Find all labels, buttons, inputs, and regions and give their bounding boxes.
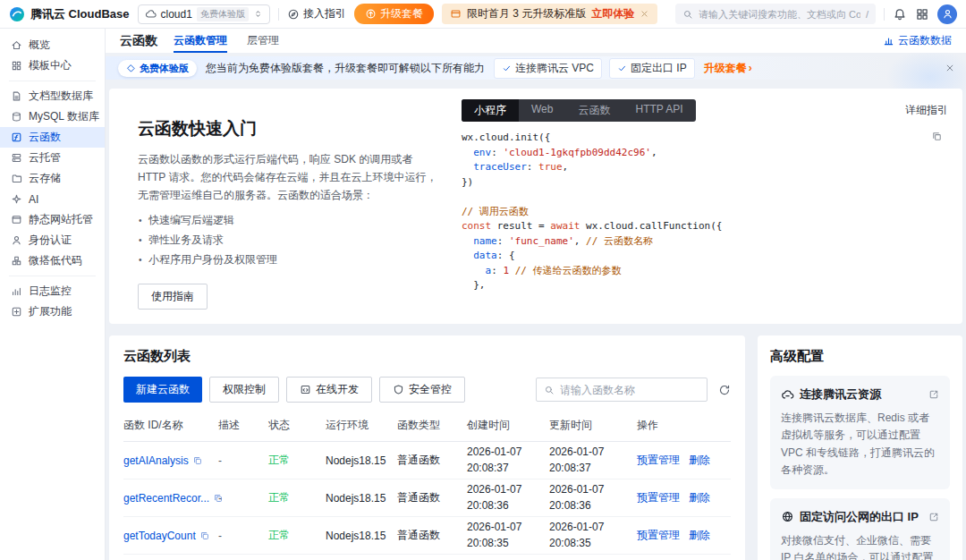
notifications-bell-icon[interactable] [893, 7, 907, 21]
refresh-icon[interactable] [718, 384, 731, 396]
function-type: 普通函数 [397, 528, 467, 543]
detail-guide-link[interactable]: 详细指引 [905, 103, 948, 118]
topbar: 腾讯云 CloudBase cloud1 免费体验版 接入指引 升级套餐 限时首… [0, 0, 966, 29]
sidebar-item-cloud-run[interactable]: 云托管 [0, 148, 105, 168]
cloudbase-logo-icon [9, 6, 25, 22]
sidebar-item-cloud-storage[interactable]: 云存储 [0, 168, 105, 189]
promo-card-icon [450, 8, 462, 20]
sidebar-item-lowcode[interactable]: 微搭低代码 [0, 250, 105, 271]
sidebar-item-label: 扩展功能 [29, 304, 72, 319]
upgrade-plan-button[interactable]: 升级套餐 [354, 4, 434, 24]
advanced-card-header: 固定访问公网的出口 IP [781, 509, 939, 525]
user-avatar[interactable] [937, 4, 957, 24]
advanced-config-card[interactable]: 连接腾讯云资源连接腾讯云数据库、Redis 或者虚拟机等服务，可以通过配置 VP… [770, 376, 950, 489]
code-sample: wx.cloud.init({ env: 'cloud1-1gkqfpb09dd… [462, 131, 948, 293]
function-name-label: getTodayCount [123, 530, 196, 542]
external-link-icon [928, 512, 939, 522]
sidebar-item-label: 文档型数据库 [29, 89, 93, 104]
sidebar-item-log-monitor[interactable]: 日志监控 [0, 281, 105, 301]
brand-name: 腾讯云 CloudBase [30, 6, 130, 22]
created-time: 2026-01-07 20:08:37 [467, 445, 549, 476]
external-link-icon [928, 389, 939, 400]
advanced-card-header: 连接腾讯云资源 [781, 386, 939, 403]
code-tab-1[interactable]: 小程序 [462, 99, 519, 122]
chevron-right-icon: › [749, 62, 752, 74]
env-selector[interactable]: cloud1 免费体验版 [138, 4, 270, 24]
app-body: 概览模板中心文档型数据库MySQL 数据库云函数云托管云存储AI静态网站托管身份… [0, 29, 966, 560]
create-function-button[interactable]: 新建云函数 [123, 377, 202, 403]
function-name-link[interactable]: getAIAnalysis [123, 454, 218, 467]
sidebar-nav: 概览模板中心文档型数据库MySQL 数据库云函数云托管云存储AI静态网站托管身份… [0, 29, 106, 560]
updated-time: 2026-01-07 20:08:37 [549, 445, 637, 476]
brand[interactable]: 腾讯云 CloudBase [9, 6, 130, 22]
code-tab-4[interactable]: HTTP API [623, 99, 695, 122]
sidebar-divider [9, 81, 96, 81]
updated-time: 2026-01-07 20:08:35 [549, 520, 637, 551]
column-header: 运行环境 [326, 418, 397, 433]
function-name-link[interactable]: getRecentRecor... [123, 492, 218, 505]
tab-layer-management[interactable]: 层管理 [247, 29, 279, 53]
banner-upgrade-link[interactable]: 升级套餐› [704, 61, 752, 76]
delete-link[interactable]: 删除 [689, 453, 710, 468]
function-icon [11, 132, 22, 143]
sidebar-item-label: 日志监控 [29, 284, 72, 299]
copy-icon[interactable] [192, 455, 203, 466]
onboarding-guide-link[interactable]: 接入指引 [287, 6, 346, 21]
advanced-config-panel: 高级配置 连接腾讯云资源连接腾讯云数据库、Redis 或者虚拟机等服务，可以通过… [758, 335, 962, 560]
global-search[interactable]: / [675, 4, 876, 24]
sidebar-item-cloud-functions[interactable]: 云函数 [0, 127, 105, 148]
function-name-link[interactable]: getTodayCount [123, 530, 218, 542]
banner-close-icon[interactable] [945, 63, 955, 73]
sidebar-item-static-hosting[interactable]: 静态网站托管 [0, 209, 105, 230]
column-header: 描述 [218, 418, 268, 433]
delete-link[interactable]: 删除 [689, 490, 710, 505]
code-tab-3[interactable]: 云函数 [565, 99, 623, 122]
tab-function-management[interactable]: 云函数管理 [174, 29, 227, 53]
diamond-icon [126, 64, 136, 73]
sidebar-divider [9, 276, 96, 276]
cloud-icon [145, 8, 157, 20]
function-status: 正常 [268, 528, 326, 543]
env-tier-tag: 免费体验版 [197, 7, 249, 21]
preset-management-link[interactable]: 预置管理 [637, 528, 680, 543]
global-search-input[interactable] [699, 9, 860, 20]
preset-management-link[interactable]: 预置管理 [637, 453, 680, 468]
function-description: - [218, 530, 268, 542]
advanced-config-title: 高级配置 [770, 348, 950, 365]
function-description: - [218, 454, 268, 467]
copy-icon[interactable] [199, 530, 210, 541]
sidebar-item-overview[interactable]: 概览 [0, 35, 105, 55]
page-title: 云函数 [120, 33, 157, 49]
sidebar-item-label: 云托管 [29, 150, 61, 165]
banner-features: 连接腾讯云 VPC固定出口 IP [494, 58, 695, 79]
sidebar-item-document-db[interactable]: 文档型数据库 [0, 86, 105, 106]
guide-label: 接入指引 [303, 6, 346, 21]
function-data-link[interactable]: 云函数数据 [883, 33, 952, 48]
permission-control-button[interactable]: 权限控制 [209, 377, 279, 403]
sidebar-item-template-center[interactable]: 模板中心 [0, 55, 105, 76]
sidebar-item-ai[interactable]: AI [0, 189, 105, 209]
copy-code-icon[interactable] [931, 131, 943, 142]
sidebar-item-extensions[interactable]: 扩展功能 [0, 301, 105, 322]
divider [278, 8, 279, 21]
apps-grid-icon[interactable] [915, 7, 929, 21]
advanced-config-card[interactable]: 固定访问公网的出口 IP对接微信支付、企业微信、需要 IP 白名单的场合，可以通… [770, 498, 950, 560]
function-search-input[interactable] [560, 384, 699, 396]
promo-close-icon[interactable] [640, 9, 649, 19]
advanced-config-list: 连接腾讯云资源连接腾讯云数据库、Redis 或者虚拟机等服务，可以通过配置 VP… [770, 376, 950, 560]
function-search[interactable] [536, 378, 708, 402]
code-window-icon [300, 384, 311, 395]
delete-link[interactable]: 删除 [689, 528, 710, 543]
sidebar-item-mysql-db[interactable]: MySQL 数据库 [0, 106, 105, 127]
code-tab-2[interactable]: Web [519, 99, 565, 122]
usage-guide-button[interactable]: 使用指南 [138, 284, 208, 310]
sparkle-icon [11, 193, 22, 205]
database-icon [11, 111, 22, 123]
preset-management-link[interactable]: 预置管理 [637, 490, 680, 505]
security-control-button[interactable]: 安全管控 [379, 377, 465, 403]
sidebar-item-auth[interactable]: 身份认证 [0, 230, 105, 250]
promo-cta-link[interactable]: 立即体验 [591, 6, 634, 21]
function-type: 普通函数 [397, 490, 467, 505]
online-ide-button[interactable]: 在线开发 [286, 377, 372, 403]
home-icon [11, 39, 22, 51]
